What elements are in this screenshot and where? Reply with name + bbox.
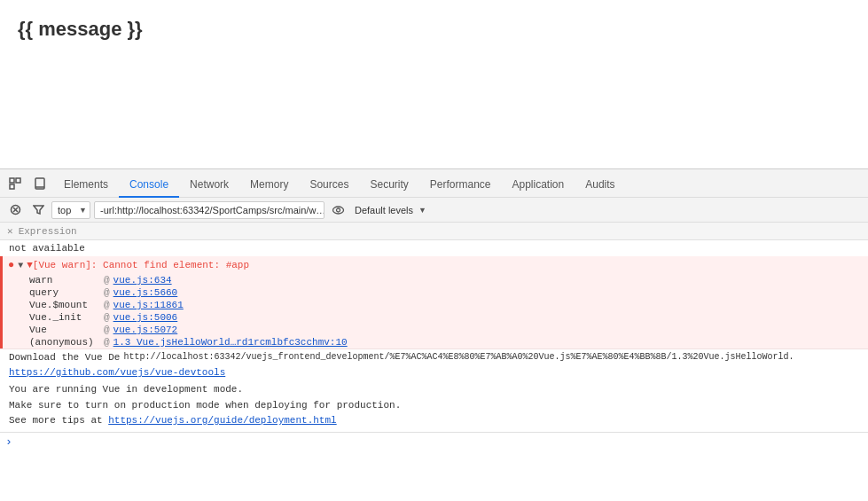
stack-label-anon: (anonymous)	[29, 337, 100, 348]
stack-label-init: Vue._init	[29, 312, 100, 323]
devtools-tab-bar: Elements Console Network Memory Sources …	[0, 169, 868, 198]
running-row: You are running Vue in development mode.…	[0, 380, 868, 432]
error-circle-icon: ●	[8, 259, 14, 271]
inspect-element-button[interactable]	[4, 172, 27, 195]
stack-link-warn[interactable]: vue.js:634	[113, 275, 172, 286]
log-level-select-wrapper: Default levels Verbose Info Warnings Err…	[351, 201, 428, 219]
tab-performance[interactable]: Performance	[419, 173, 502, 198]
stack-at-anon: @	[104, 337, 110, 348]
running-line-1: You are running Vue in development mode.	[9, 382, 859, 398]
context-select-wrapper: top ▼	[51, 201, 90, 219]
stack-at-warn: @	[104, 275, 110, 286]
error-expand-icon[interactable]: ▼	[18, 261, 23, 270]
download-row: Download the Vue De http://localhost:633…	[0, 348, 868, 365]
running-line-2: Make sure to turn on production mode whe…	[9, 398, 859, 414]
svg-rect-0	[10, 178, 14, 183]
tab-bar: Elements Console Network Memory Sources …	[53, 169, 626, 198]
stack-link-init[interactable]: vue.js:5006	[113, 312, 178, 323]
console-content: ✕ Expression not available ● ▼ ▼[Vue war…	[0, 223, 868, 501]
devtools-panel: Elements Console Network Memory Sources …	[0, 168, 868, 501]
stack-row-vue: Vue @ vue.js:5072	[3, 324, 868, 336]
not-available-row: not available	[0, 240, 868, 256]
stack-row-warn: warn @ vue.js:634	[3, 274, 868, 286]
stack-link-query[interactable]: vue.js:5660	[113, 287, 178, 298]
prompt-arrow-icon: ›	[5, 435, 12, 449]
github-link[interactable]: https://github.com/vuejs/vue-devtools	[9, 367, 225, 378]
stack-label-query: query	[29, 287, 100, 298]
page-message: {{ message }}	[18, 18, 850, 41]
tab-network[interactable]: Network	[179, 173, 239, 198]
expression-close-icon[interactable]: ✕	[7, 225, 13, 237]
svg-point-8	[332, 207, 343, 214]
expression-bar: ✕ Expression	[0, 223, 868, 240]
stack-link-vue[interactable]: vue.js:5072	[113, 325, 178, 335]
running-line-3: See more tips at https://vuejs.org/guide…	[9, 413, 859, 429]
error-group: ● ▼ ▼[Vue warn]: Cannot find element: #a…	[0, 256, 868, 348]
stack-label-mount: Vue.$mount	[29, 300, 100, 310]
tab-console[interactable]: Console	[119, 173, 179, 198]
github-row: https://github.com/vuejs/vue-devtools	[0, 365, 868, 380]
tab-audits[interactable]: Audits	[575, 173, 625, 198]
stack-at-query: @	[104, 287, 110, 298]
console-filter-button[interactable]	[28, 200, 48, 220]
console-clear-button[interactable]	[5, 200, 25, 220]
svg-rect-2	[10, 184, 14, 189]
tab-memory[interactable]: Memory	[239, 173, 299, 198]
console-prompt: ›	[0, 432, 868, 451]
console-toolbar: top ▼ -url:http://localhost:63342/SportC…	[0, 198, 868, 223]
svg-point-9	[336, 208, 340, 212]
stack-label-warn: warn	[29, 275, 100, 286]
device-toggle-button[interactable]	[28, 172, 51, 195]
tab-security[interactable]: Security	[359, 173, 418, 198]
error-header: ● ▼ ▼[Vue warn]: Cannot find element: #a…	[3, 256, 868, 274]
expression-label: Expression	[19, 226, 77, 237]
svg-rect-1	[16, 178, 20, 183]
stack-label-vue: Vue	[29, 325, 100, 335]
tab-sources[interactable]: Sources	[299, 173, 359, 198]
url-filter-bar[interactable]: -url:http://localhost:63342/SportCamps/s…	[94, 201, 325, 219]
log-level-select[interactable]: Default levels Verbose Info Warnings Err…	[351, 201, 428, 219]
stack-link-mount[interactable]: vue.js:11861	[113, 300, 184, 310]
tab-application[interactable]: Application	[502, 173, 575, 198]
stack-row-mount: Vue.$mount @ vue.js:11861	[3, 299, 868, 311]
download-label: Download the Vue De	[9, 352, 120, 363]
download-url[interactable]: http://localhost:63342/vuejs_frontend_de…	[123, 352, 794, 363]
stack-row-anon: (anonymous) @ 1.3 Vue.jsHelloWorld…rd1rc…	[3, 336, 868, 348]
eye-icon[interactable]	[328, 200, 348, 220]
running-line-3-text: See more tips at	[9, 415, 108, 426]
stack-at-mount: @	[104, 300, 110, 310]
tab-elements[interactable]: Elements	[53, 173, 119, 198]
stack-row-init: Vue._init @ vue.js:5006	[3, 311, 868, 324]
context-select[interactable]: top	[51, 201, 90, 219]
stack-at-vue: @	[104, 325, 110, 335]
stack-link-anon[interactable]: 1.3 Vue.jsHelloWorld…rd1rcmlbfc3cchmv:10	[113, 337, 348, 348]
main-page: {{ message }}	[0, 0, 868, 168]
stack-at-init: @	[104, 312, 110, 323]
error-main-text: ▼[Vue warn]: Cannot find element: #app	[27, 260, 249, 270]
stack-row-query: query @ vue.js:5660	[3, 286, 868, 299]
deployment-link[interactable]: https://vuejs.org/guide/deployment.html	[108, 415, 336, 426]
